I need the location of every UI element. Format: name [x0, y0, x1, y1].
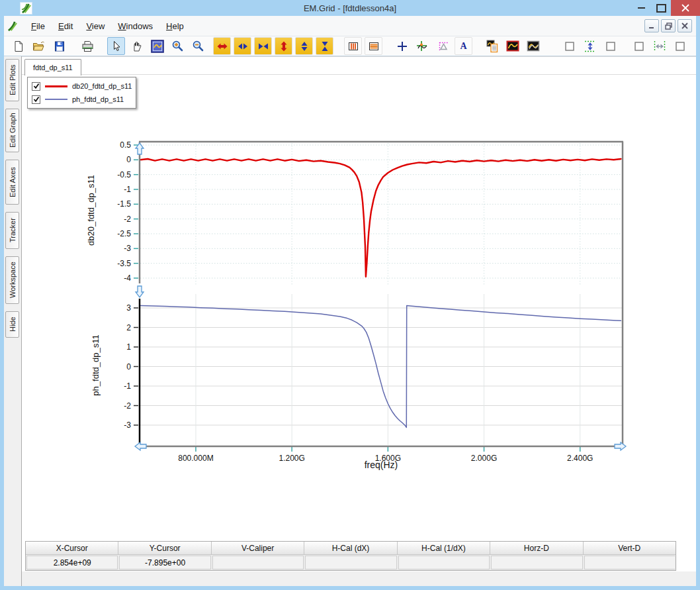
menu-edit[interactable]: Edit — [52, 19, 79, 33]
vertical-spacing-left-checkbox[interactable] — [560, 37, 578, 55]
plot-properties-button[interactable] — [483, 37, 501, 55]
chart-canvas[interactable]: 0.50-0.5-1-1.5-2-2.5-3-3.5-43210-1-2-380… — [22, 57, 696, 554]
menu-bar: File Edit View Windows Help — [4, 16, 696, 36]
compress-x-icon — [257, 40, 269, 52]
compress-y-axis-button[interactable] — [316, 37, 333, 55]
cursor-status-table: X-Cursor Y-Cursor V-Caliper H-Cal (dX) H… — [25, 541, 676, 571]
legend-line-swatch — [45, 85, 67, 87]
sidebar-tab-workspace[interactable]: Workspace — [5, 256, 19, 304]
sidebar-tab-tracker[interactable]: Tracker — [5, 212, 19, 249]
mdi-window-controls — [644, 19, 692, 32]
sidebar-tab-edit-axes[interactable]: Edit Axes — [5, 160, 19, 205]
legend-row[interactable]: db20_fdtd_dp_s11 — [32, 79, 132, 93]
x-axis-pan-left-arrow[interactable] — [135, 442, 146, 450]
svg-text:-3: -3 — [124, 244, 131, 253]
menu-view[interactable]: View — [79, 19, 111, 33]
horizontal-markers-button[interactable] — [365, 37, 382, 55]
mdi-minimize-icon — [648, 23, 655, 29]
zoom-out-button[interactable] — [189, 37, 207, 55]
maximize-button[interactable] — [651, 0, 671, 16]
svg-text:2: 2 — [126, 323, 131, 332]
svg-text:1.200G: 1.200G — [279, 454, 304, 463]
legend-line-swatch — [45, 99, 67, 100]
open-folder-icon — [32, 40, 45, 52]
status-col-v-caliper: V-Caliper — [212, 542, 304, 554]
multi-plot-button[interactable] — [524, 37, 542, 55]
checkbox-icon — [676, 42, 685, 51]
horizontal-spacing-left-checkbox[interactable] — [630, 37, 648, 55]
stretch-x-icon — [237, 40, 249, 52]
save-button[interactable] — [50, 37, 68, 55]
expand-x-icon — [216, 40, 228, 52]
legend-label: ph_fdtd_dp_s11 — [72, 95, 124, 103]
sidebar-tab-edit-graph[interactable]: Edit Graph — [5, 109, 19, 152]
expand-y-icon — [278, 40, 290, 52]
zoom-in-button[interactable] — [169, 37, 187, 55]
document-logo-icon — [7, 21, 18, 32]
close-button[interactable] — [671, 0, 700, 16]
check-icon — [33, 83, 40, 89]
plot-spines — [139, 142, 623, 446]
status-header-row: X-Cursor Y-Cursor V-Caliper H-Cal (dX) H… — [26, 542, 676, 555]
pan-hand-icon — [131, 40, 143, 52]
zoom-out-icon — [192, 40, 204, 52]
print-icon — [81, 40, 94, 52]
legend-checkbox[interactable] — [32, 82, 40, 91]
select-tool-button[interactable] — [107, 37, 125, 55]
status-value-y-cursor: -7.895e+00 — [119, 556, 210, 569]
x-axis-ticks: 800.000M1.200G1.600G2.000G2.400G — [178, 447, 593, 463]
checkbox-icon — [606, 42, 615, 51]
status-values-row: 2.854e+09 -7.895e+00 — [26, 555, 676, 570]
sidebar-tab-hide[interactable]: Hide — [5, 311, 19, 338]
legend-row[interactable]: ph_fdtd_dp_s11 — [32, 93, 132, 106]
status-value-h-cal-1dx — [398, 556, 490, 569]
x-axis-pan-right-arrow[interactable] — [615, 442, 626, 450]
open-file-button[interactable] — [30, 37, 48, 55]
plot-client-area: fdtd_dp_s11 0.50-0.5-1-1.5-2-2.5-3-3.5-4… — [22, 56, 696, 571]
compress-x-axis-button[interactable] — [254, 37, 272, 55]
equal-horizontal-spacing-button[interactable] — [650, 37, 668, 55]
maximize-icon — [656, 4, 666, 13]
mdi-restore-button[interactable] — [661, 19, 676, 32]
mdi-close-button[interactable] — [678, 19, 692, 32]
plot-list-icon — [486, 40, 499, 53]
equal-vertical-spacing-button[interactable] — [581, 37, 599, 55]
menu-help[interactable]: Help — [159, 19, 191, 33]
select-arrow-icon — [110, 40, 122, 52]
minimize-button[interactable] — [631, 0, 651, 16]
expand-x-axis-button[interactable] — [213, 37, 231, 55]
stretch-y-axis-button[interactable] — [295, 37, 313, 55]
delta-caliper-button[interactable] — [434, 37, 452, 55]
toolbar: A — [4, 36, 696, 56]
tracker-tool-button[interactable] — [414, 37, 431, 55]
single-plot-button[interactable] — [503, 37, 521, 55]
zoom-window-button[interactable] — [148, 37, 166, 55]
plot-legend: db20_fdtd_dp_s11 ph_fdtd_dp_s11 — [27, 77, 136, 109]
y-axis-pan-down-arrow[interactable] — [136, 286, 144, 297]
vertical-spacing-right-checkbox[interactable] — [601, 37, 619, 55]
print-button[interactable] — [79, 37, 97, 55]
legend-checkbox[interactable] — [32, 95, 40, 104]
crosshair-cursor-button[interactable] — [393, 37, 411, 55]
stretch-x-axis-button[interactable] — [234, 37, 251, 55]
vertical-spacing-icon — [584, 40, 596, 52]
svg-text:1.600G: 1.600G — [375, 454, 401, 463]
pan-tool-button[interactable] — [128, 37, 146, 55]
check-icon — [33, 96, 40, 103]
menu-windows[interactable]: Windows — [111, 19, 159, 33]
status-col-vert-d: Vert-D — [584, 542, 676, 554]
horizontal-spacing-icon — [654, 40, 666, 52]
horizontal-spacing-right-checkbox[interactable] — [671, 37, 689, 55]
sidebar-tab-edit-plots[interactable]: Edit Plots — [5, 59, 19, 101]
new-document-button[interactable] — [9, 37, 27, 55]
expand-y-axis-button[interactable] — [275, 37, 292, 55]
text-tool-button[interactable]: A — [455, 37, 472, 55]
status-value-horz-d — [491, 556, 582, 569]
mdi-minimize-button[interactable] — [644, 19, 659, 32]
svg-text:2.400G: 2.400G — [567, 454, 593, 463]
mdi-close-icon — [681, 23, 688, 29]
status-value-h-cal-dx — [305, 556, 396, 569]
menu-file[interactable]: File — [24, 19, 52, 33]
document-tab[interactable]: fdtd_dp_s11 — [24, 59, 81, 75]
vertical-markers-button[interactable] — [344, 37, 362, 55]
